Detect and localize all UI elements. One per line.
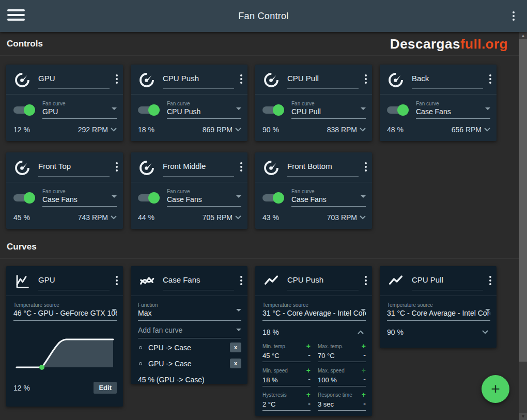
fan-enable-toggle[interactable] xyxy=(13,104,35,116)
temperature-source-select[interactable]: Temperature source 31 °C - Core Average … xyxy=(387,302,490,321)
curves-section-header: Curves xyxy=(0,235,519,259)
increment-button[interactable]: + xyxy=(306,342,311,350)
control-menu-icon[interactable] xyxy=(363,162,367,173)
temperature-source-select[interactable]: Temperature source 31 °C - Core Average … xyxy=(262,302,366,321)
curve-title: CPU Pull xyxy=(412,273,483,284)
fan-curve-select[interactable]: Fan curve Case Fans xyxy=(167,189,241,207)
control-title: Back xyxy=(412,71,483,83)
rpm-expander[interactable]: 743 RPM xyxy=(78,213,118,222)
fan-rpm: 703 RPM xyxy=(327,213,357,222)
fan-enable-toggle[interactable] xyxy=(262,104,284,116)
control-menu-icon[interactable] xyxy=(238,74,242,85)
chart-axis-icon xyxy=(13,273,31,290)
control-menu-icon[interactable] xyxy=(114,74,118,85)
fan-curve-select[interactable]: Fan curve CPU Push xyxy=(167,101,241,119)
increment-button[interactable]: + xyxy=(362,342,366,350)
temperature-source-select[interactable]: Temperature source 46 °C - GPU - GeForce… xyxy=(13,302,117,321)
max-speed-field[interactable]: Max. speed+ 100 %- xyxy=(318,365,366,386)
hysteresis-field[interactable]: Hysteresis+ 2 °C- xyxy=(262,389,311,411)
chevron-down-icon xyxy=(361,195,366,198)
decrement-button[interactable]: - xyxy=(363,399,366,408)
menu-hamburger-icon[interactable] xyxy=(7,9,25,23)
chevron-down-icon xyxy=(112,309,117,312)
add-fan-curve-select[interactable]: Add fan curve xyxy=(138,326,241,338)
fan-percent: 12 % xyxy=(13,126,30,134)
fan-curve-chart[interactable] xyxy=(13,328,116,376)
curve-menu-icon[interactable] xyxy=(114,276,118,287)
fan-curve-select[interactable]: Fan curve Case Fans xyxy=(42,189,117,207)
fan-enable-toggle[interactable] xyxy=(387,104,409,116)
control-menu-icon[interactable] xyxy=(238,162,242,173)
increment-button[interactable]: + xyxy=(306,366,311,375)
chevron-up-icon[interactable] xyxy=(357,330,365,335)
fan-curve-select-value: CPU Push xyxy=(167,107,241,116)
curve-menu-icon[interactable] xyxy=(363,276,367,287)
rpm-expander[interactable]: 838 RPM xyxy=(327,126,367,134)
rpm-expander[interactable]: 292 RPM xyxy=(78,126,118,134)
control-menu-icon[interactable] xyxy=(363,74,367,85)
curve-status: 45 % (GPU -> Case) xyxy=(131,370,247,384)
fan-percent: 43 % xyxy=(262,213,279,222)
overflow-menu-icon[interactable] xyxy=(513,11,515,22)
add-fab-button[interactable]: + xyxy=(482,375,509,403)
fan-curve-select[interactable]: Fan curve CPU Pull xyxy=(291,101,366,119)
fan-rpm: 656 RPM xyxy=(452,126,482,134)
fan-control-app: Fan Control Controls Descargasfull.org G… xyxy=(0,0,527,420)
curve-card-cpu-pull: CPU Pull Temperature source 31 °C - Core… xyxy=(380,266,497,348)
min-speed-field[interactable]: Min. speed+ 18 %- xyxy=(262,365,311,386)
control-menu-icon[interactable] xyxy=(114,162,118,173)
remove-item-button[interactable]: x xyxy=(230,359,241,368)
decrement-button[interactable]: - xyxy=(308,351,311,359)
edit-button[interactable]: Edit xyxy=(94,382,117,394)
field-value: 45 °C xyxy=(262,352,280,360)
field-label: Min. speed xyxy=(262,368,288,374)
controls-section-header: Controls Descargasfull.org xyxy=(0,32,519,56)
fan-enable-toggle[interactable] xyxy=(13,192,35,204)
control-card-front-middle: Front Middle Fan curve Case Fans 44 % 70… xyxy=(131,152,247,229)
increment-button[interactable]: + xyxy=(362,366,366,375)
control-title: Front Bottom xyxy=(287,159,359,170)
fan-enable-toggle[interactable] xyxy=(138,104,160,116)
multi-curve-icon xyxy=(138,273,156,290)
fan-curve-select[interactable]: Fan curve Case Fans xyxy=(416,101,490,119)
curve-menu-icon[interactable] xyxy=(487,276,491,287)
curve-menu-icon[interactable] xyxy=(238,276,242,287)
curve-percent: 12 % xyxy=(13,384,30,392)
chevron-down-icon[interactable] xyxy=(481,330,489,335)
fan-curve-item-label: GPU -> Case xyxy=(148,360,230,368)
fan-enable-toggle[interactable] xyxy=(262,192,284,204)
decrement-button[interactable]: - xyxy=(308,375,311,383)
chevron-down-icon xyxy=(236,107,241,110)
fan-enable-toggle[interactable] xyxy=(138,192,160,204)
fan-rpm: 838 RPM xyxy=(327,126,357,134)
function-select[interactable]: Function Max xyxy=(138,302,241,321)
remove-item-button[interactable]: x xyxy=(230,343,241,352)
fan-curve-item-label: CPU -> Case xyxy=(148,344,230,352)
scrollbar-thumb[interactable] xyxy=(519,39,527,362)
curve-card-gpu: GPU Temperature source 46 °C - GPU - GeF… xyxy=(6,266,123,407)
min-temp-field[interactable]: Min. temp.+ 45 °C- xyxy=(262,340,311,362)
fan-curve-select[interactable]: Fan curve GPU xyxy=(42,101,117,119)
control-menu-icon[interactable] xyxy=(487,74,491,85)
fan-rpm: 869 RPM xyxy=(203,126,233,134)
rpm-expander[interactable]: 703 RPM xyxy=(327,213,367,222)
scroll-down-icon[interactable]: ▼ xyxy=(519,413,527,420)
chevron-down-icon xyxy=(359,215,367,220)
chevron-down-icon xyxy=(110,127,118,132)
function-label: Function xyxy=(138,302,241,308)
rpm-expander[interactable]: 705 RPM xyxy=(203,213,242,222)
decrement-button[interactable]: - xyxy=(308,399,311,408)
rpm-expander[interactable]: 869 RPM xyxy=(203,126,242,134)
field-label: Response time xyxy=(318,392,352,398)
decrement-button[interactable]: - xyxy=(363,375,366,383)
response-time-field[interactable]: Response time+ 3 sec- xyxy=(318,389,366,411)
increment-button[interactable]: + xyxy=(306,391,311,399)
scrollbar[interactable]: ▲ ▼ xyxy=(519,32,527,420)
increment-button[interactable]: + xyxy=(362,391,366,399)
decrement-button[interactable]: - xyxy=(363,351,366,359)
scroll-up-icon[interactable]: ▲ xyxy=(519,32,527,39)
rpm-expander[interactable]: 656 RPM xyxy=(452,126,491,134)
max-temp-field[interactable]: Max. temp.+ 70 °C- xyxy=(318,340,366,362)
chevron-down-icon xyxy=(485,309,490,312)
fan-curve-select[interactable]: Fan curve Case Fans xyxy=(291,189,366,207)
